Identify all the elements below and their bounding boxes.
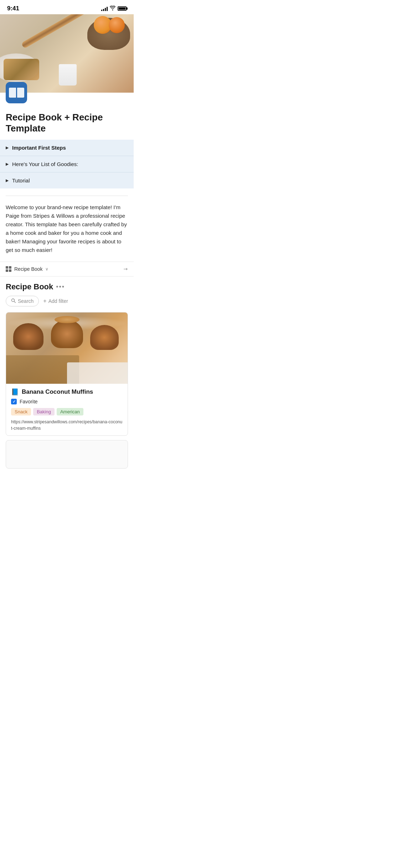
plus-icon: +: [43, 298, 46, 304]
status-bar: 9:41: [0, 0, 134, 14]
favorite-row: ✓ Favorite: [11, 399, 123, 404]
search-label: Search: [18, 298, 34, 304]
svg-line-1: [14, 301, 16, 303]
toggle-item-tutorial[interactable]: ▶ Tutorial: [0, 172, 134, 188]
search-filter-row: Search + Add filter: [6, 296, 128, 306]
svg-point-0: [12, 299, 15, 302]
recipe-book-section: Recipe Book ••• Search + Add filter: [0, 277, 134, 474]
hero-image: [0, 14, 134, 93]
chevron-down-icon: ∨: [45, 267, 48, 272]
app-icon: [6, 82, 27, 103]
signal-icon: [101, 6, 108, 11]
database-grid-icon: [6, 266, 11, 272]
database-selector[interactable]: Recipe Book ∨: [6, 266, 48, 272]
favorite-label: Favorite: [20, 399, 38, 404]
toggle-section: ▶ Important First Steps ▶ Here's Your Li…: [0, 140, 134, 188]
recipe-card-image: [6, 312, 128, 384]
toggle-label-1: Important First Steps: [12, 145, 66, 151]
tag-snack[interactable]: Snack: [11, 408, 31, 415]
recipe-type-icon: 📘: [11, 388, 19, 396]
add-filter-label: Add filter: [48, 298, 68, 304]
database-name: Recipe Book: [14, 266, 42, 272]
toggle-label-3: Tutorial: [12, 177, 30, 184]
search-button[interactable]: Search: [6, 296, 39, 306]
welcome-text: Welcome to your brand-new recipe templat…: [0, 203, 134, 262]
toggle-arrow-2: ▶: [6, 162, 9, 166]
recipe-card[interactable]: 📘 Banana Coconut Muffins ✓ Favorite Snac…: [6, 312, 128, 436]
recipe-card-info: 📘 Banana Coconut Muffins ✓ Favorite Snac…: [6, 384, 128, 435]
toggle-arrow-3: ▶: [6, 179, 9, 182]
recipe-book-title-row: Recipe Book •••: [6, 282, 128, 291]
toggle-label-2: Here's Your List of Goodies:: [12, 161, 78, 167]
toggle-item-goodies[interactable]: ▶ Here's Your List of Goodies:: [0, 156, 134, 172]
divider-1: [6, 196, 128, 196]
status-time: 9:41: [7, 5, 19, 12]
status-icons: [101, 6, 127, 11]
page-title: Recipe Book + Recipe Template: [0, 109, 134, 140]
battery-icon: [118, 6, 127, 11]
tag-american[interactable]: American: [57, 408, 83, 415]
recipe-url[interactable]: https://www.stripesandwillows.com/recipe…: [11, 419, 122, 431]
tag-baking[interactable]: Baking: [33, 408, 55, 415]
database-header: Recipe Book ∨ ↗: [0, 262, 134, 277]
recipe-card-empty: [6, 440, 128, 469]
toggle-arrow-1: ▶: [6, 146, 9, 150]
add-filter-button[interactable]: + Add filter: [43, 298, 68, 304]
tags-row: Snack Baking American: [11, 408, 123, 415]
recipe-book-title: Recipe Book: [6, 282, 53, 291]
wifi-icon: [110, 6, 115, 11]
recipe-name: Banana Coconut Muffins: [22, 388, 93, 396]
more-options-button[interactable]: •••: [56, 283, 65, 291]
search-icon: [11, 298, 16, 304]
toggle-item-important[interactable]: ▶ Important First Steps: [0, 140, 134, 156]
expand-icon[interactable]: ↗: [122, 265, 129, 273]
favorite-checkbox[interactable]: ✓: [11, 399, 17, 404]
